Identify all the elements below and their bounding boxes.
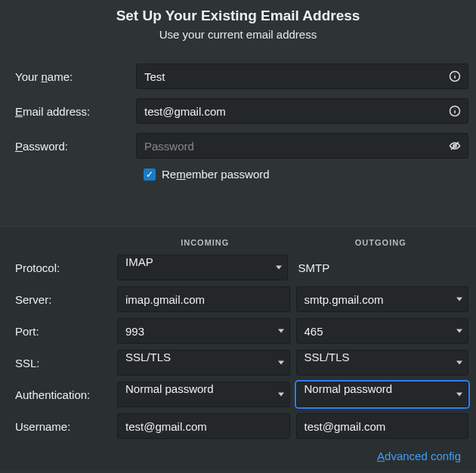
outgoing-port-combo[interactable]	[296, 318, 469, 344]
name-input[interactable]	[136, 63, 468, 89]
port-label: Port:	[8, 325, 117, 338]
server-row: Server:	[8, 286, 468, 312]
outgoing-ssl-select[interactable]: SSL/TLS	[296, 350, 469, 376]
outgoing-header: OUTGOING	[293, 238, 469, 247]
column-headers: INCOMING OUTGOING	[8, 238, 468, 247]
incoming-auth-select[interactable]: Normal password	[117, 382, 290, 407]
outgoing-server-combo[interactable]	[296, 286, 469, 312]
incoming-ssl-select[interactable]: SSL/TLS	[117, 350, 290, 376]
page-subtitle: Use your current email address	[0, 28, 476, 41]
svg-point-2	[455, 73, 456, 74]
outgoing-username-input[interactable]	[296, 413, 469, 439]
username-row: Username:	[8, 413, 468, 439]
incoming-server-input[interactable]	[117, 286, 290, 312]
remember-password-row[interactable]: ✓ Remember password	[144, 168, 468, 181]
eye-off-icon[interactable]	[449, 140, 461, 152]
protocol-label: Protocol:	[8, 261, 117, 274]
incoming-username-input[interactable]	[117, 413, 290, 439]
page-title: Set Up Your Existing Email Address	[0, 8, 476, 24]
svg-point-5	[455, 108, 456, 109]
name-row: Your name:	[8, 63, 468, 89]
incoming-protocol-select[interactable]: IMAP	[117, 255, 288, 280]
email-row: Email address:	[8, 98, 468, 124]
username-label: Username:	[8, 420, 117, 433]
remember-password-checkbox[interactable]: ✓	[144, 168, 156, 181]
credentials-section: Your name: Email address: Password	[0, 63, 476, 226]
incoming-port-combo[interactable]	[117, 318, 290, 344]
outgoing-protocol-text: SMTP	[294, 255, 469, 280]
incoming-header: INCOMING	[117, 238, 293, 247]
ssl-label: SSL:	[8, 357, 117, 369]
ssl-row: SSL: SSL/TLS SSL/TLS	[8, 350, 468, 376]
remember-password-label: Remember password	[162, 168, 270, 181]
info-icon[interactable]	[449, 105, 461, 117]
server-settings-section: INCOMING OUTGOING Protocol: IMAP SMTP Se…	[0, 226, 476, 470]
email-input[interactable]	[136, 98, 468, 124]
protocol-row: Protocol: IMAP SMTP	[8, 255, 468, 280]
setup-header: Set Up Your Existing Email Address Use y…	[0, 0, 476, 63]
auth-row: Authentication: Normal password Normal p…	[8, 382, 468, 407]
name-label: Your name:	[8, 70, 136, 83]
password-input[interactable]	[136, 133, 468, 159]
outgoing-auth-select[interactable]: Normal password	[296, 382, 469, 407]
info-icon[interactable]	[449, 70, 461, 82]
password-row: Password:	[8, 133, 468, 159]
auth-label: Authentication:	[8, 388, 117, 401]
email-label: Email address:	[8, 105, 136, 118]
port-row: Port:	[8, 318, 468, 344]
server-label: Server:	[8, 293, 117, 306]
password-label: Password:	[8, 140, 136, 153]
advanced-config-link[interactable]: Advanced config	[8, 445, 468, 462]
